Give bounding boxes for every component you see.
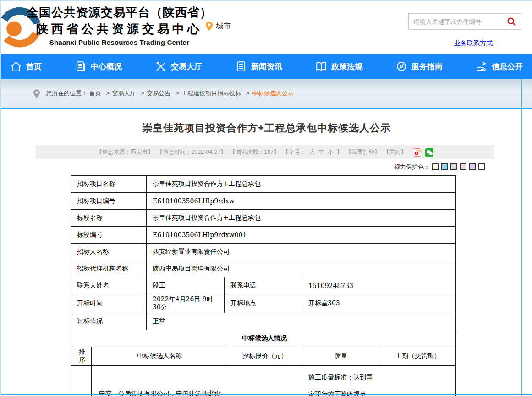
breadcrumb: 您所在的位置： 首页 > 交易大厅 > 交易公告 > 工程建设项目招标投标 > … <box>46 89 294 98</box>
row-label: 评标情况 <box>71 313 147 330</box>
meta-time: 【信息时间：2022-04-27】 <box>157 149 226 155</box>
hand-share-icon <box>476 60 488 72</box>
row-label: 标段编号 <box>71 227 147 244</box>
search-icon <box>506 16 516 27</box>
network-icon <box>155 60 167 72</box>
table-row: 评标情况 正常 <box>71 313 456 330</box>
meta-views: 【浏览次数：167】 <box>230 149 279 155</box>
table-row: 招标人名称 西安经新置业有限责任公司 <box>71 244 456 260</box>
font-size-large-button[interactable]: 大 <box>309 149 315 155</box>
nav-item-service-guide[interactable]: 服务指南 <box>393 60 445 72</box>
row-label: 联系电话 <box>225 277 302 294</box>
breadcrumb-separator: > <box>141 90 144 97</box>
site-header: 全国公共资源交易平台（陕西省） 陕西省公共资源交易中心 Shaanxi Publ… <box>1 1 532 54</box>
row-value: 陕西中易项目管理有限公司 <box>147 260 456 277</box>
search-input[interactable] <box>409 14 502 29</box>
breadcrumb-item-home[interactable]: 首页 <box>89 90 101 97</box>
candidate-duration: 730 <box>378 366 456 396</box>
breadcrumb-item-trading-hall[interactable]: 交易大厅 <box>112 90 136 97</box>
candidate-rank: 1 <box>71 366 92 396</box>
search-button[interactable] <box>502 14 521 29</box>
eye-color-purple[interactable] <box>469 163 476 170</box>
news-list-icon <box>235 60 247 72</box>
eye-color-gray[interactable] <box>450 163 457 170</box>
table-row: 联系人姓名 段工 联系电话 15109248733 <box>71 277 456 294</box>
breadcrumb-item-construction-bidding[interactable]: 工程建设项目招标投标 <box>181 90 241 97</box>
city-selector[interactable]: 城市 <box>205 21 231 31</box>
column-header-quality: 质量 <box>302 347 378 366</box>
breadcrumb-separator: > <box>246 90 250 97</box>
bottom-border-line <box>1 394 532 395</box>
home-icon <box>10 60 22 72</box>
open-book-icon <box>315 60 327 72</box>
row-value: 西安经新置业有限责任公司 <box>147 244 456 260</box>
breadcrumb-prefix: 您所在的位置： <box>46 90 88 97</box>
page-title: 崇皇佳苑项目投资合作方+工程总承包中标候选人公示 <box>1 121 532 135</box>
site-title-cn-1: 全国公共资源交易平台（陕西省） <box>27 5 212 21</box>
business-contact-link[interactable]: 业务联系方式 <box>454 39 493 48</box>
close-button[interactable]: 【关闭】 <box>384 149 406 155</box>
candidate-row: 1 中交一公局集团有限公司，中国建筑西北设计研究院有限公司 3124588871… <box>71 366 456 396</box>
candidate-header-row: 排序 中标候选人名称 投标报价（元） 质量 工期（交货期） <box>71 347 456 366</box>
eye-color-pink[interactable] <box>460 163 466 170</box>
row-value: E6101003506LHlp9rdxw <box>147 193 456 210</box>
site-title-en: Shaanxi Public Resources Trading Center <box>27 38 212 46</box>
site-title-cn-2: 陕西省公共资源交易中心 <box>27 21 212 37</box>
wechat-share-icon[interactable] <box>425 148 433 157</box>
row-label: 招标代理机构名称 <box>71 260 147 277</box>
weibo-share-icon[interactable] <box>413 148 421 157</box>
breadcrumb-pin-icon <box>33 89 40 98</box>
eye-color-blue[interactable] <box>441 163 448 170</box>
meta-font-suffix: 】 <box>337 149 343 155</box>
nav-item-overview[interactable]: 中心概况 <box>72 60 125 72</box>
row-label: 招标项目名称 <box>71 176 147 193</box>
row-value: 崇皇佳苑项目投资合作方+工程总承包 <box>147 176 456 193</box>
row-value: 正常 <box>147 313 456 330</box>
compass-icon <box>395 60 407 72</box>
row-value: 2022年4月26日 9时30分 <box>147 294 225 313</box>
column-header-price: 投标报价（元） <box>225 347 302 366</box>
meta-source: 【信息来源：西安市】 <box>96 149 154 155</box>
eye-color-white[interactable] <box>478 163 485 170</box>
location-pin-icon <box>205 21 213 31</box>
article-content: 崇皇佳苑项目投资合作方+工程总承包中标候选人公示 【信息来源：西安市】 【信息时… <box>1 121 532 396</box>
nav-item-home[interactable]: 首页 <box>7 60 44 72</box>
row-value: E6101003506LHlp9rdxw001 <box>147 227 456 244</box>
breadcrumb-current: 中标候选人公示 <box>252 90 294 97</box>
eye-protect-row: 视力保护色： <box>36 163 485 171</box>
font-size-medium-button[interactable]: 中 <box>318 149 324 155</box>
main-nav: 首页 中心概况 交易大厅 新闻资讯 政策法规 <box>1 54 532 79</box>
row-label: 标段名称 <box>71 210 147 227</box>
table-row: 标段编号 E6101003506LHlp9rdxw001 <box>71 227 456 244</box>
print-button[interactable]: 【我要打印】 <box>346 149 380 155</box>
row-label: 开标时间 <box>71 294 147 313</box>
font-size-small-button[interactable]: 小 <box>328 149 334 155</box>
share-icons <box>410 146 433 159</box>
row-label: 联系人姓名 <box>71 277 147 294</box>
eye-color-cream[interactable] <box>432 163 439 170</box>
row-label: 招标人名称 <box>71 244 147 260</box>
meta-font-prefix: 【字号： <box>283 149 306 155</box>
nav-label: 新闻资讯 <box>251 61 282 72</box>
candidate-price: 3124588871.00 <box>225 366 302 396</box>
nav-item-info-disclosure[interactable]: 信息公开 <box>473 60 526 72</box>
nav-label: 信息公开 <box>492 61 523 72</box>
row-label: 招标项目编号 <box>71 193 147 210</box>
city-label: 城市 <box>216 22 231 31</box>
nav-item-policy[interactable]: 政策法规 <box>313 60 365 72</box>
eye-protect-label: 视力保护色： <box>394 163 430 170</box>
nav-item-trading-hall[interactable]: 交易大厅 <box>152 60 205 72</box>
row-label: 开标地点 <box>225 294 302 313</box>
row-value: 开标室303 <box>302 294 456 313</box>
candidate-name: 中交一公局集团有限公司，中国建筑西北设计研究院有限公司 <box>92 366 225 396</box>
table-row: 招标项目名称 崇皇佳苑项目投资合作方+工程总承包 <box>71 176 456 193</box>
row-value: 崇皇佳苑项目投资合作方+工程总承包 <box>147 210 456 227</box>
project-info-table: 招标项目名称 崇皇佳苑项目投资合作方+工程总承包 招标项目编号 E6101003… <box>71 175 456 330</box>
nav-label: 交易大厅 <box>171 61 202 72</box>
breadcrumb-band: 您所在的位置： 首页 > 交易大厅 > 交易公告 > 工程建设项目招标投标 > … <box>1 79 532 109</box>
nav-item-news[interactable]: 新闻资讯 <box>232 60 285 72</box>
breadcrumb-item-trade-notice[interactable]: 交易公告 <box>147 90 170 97</box>
nav-label: 服务指南 <box>411 61 443 72</box>
column-header-rank: 排序 <box>71 347 92 366</box>
breadcrumb-separator: > <box>176 90 179 97</box>
